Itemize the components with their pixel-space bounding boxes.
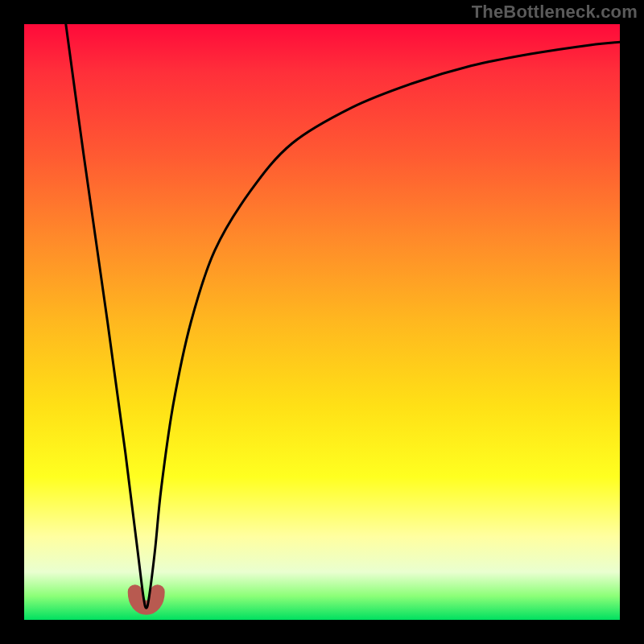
bottleneck-curve [66, 24, 620, 608]
watermark-text: TheBottleneck.com [472, 2, 638, 23]
chart-frame: TheBottleneck.com [0, 0, 644, 644]
curve-min-marker [135, 592, 158, 608]
curve-svg [24, 24, 620, 620]
plot-area [24, 24, 620, 620]
